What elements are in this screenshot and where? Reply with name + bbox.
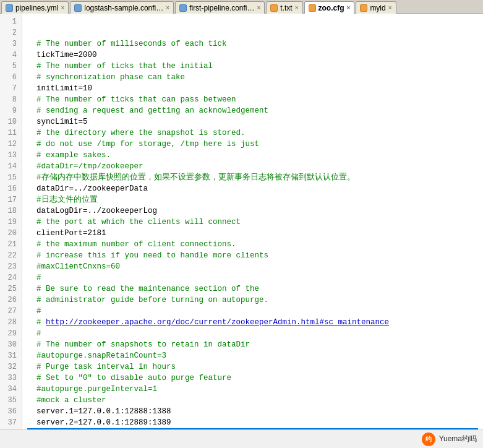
line-number-6: 6 bbox=[2, 72, 17, 83]
line-numbers: 1234567891011121314151617181920212223242… bbox=[0, 14, 22, 429]
tab-icon-first-pipeline bbox=[179, 4, 187, 12]
tab-icon-logstash bbox=[74, 4, 82, 12]
line-number-28: 28 bbox=[2, 317, 17, 328]
editor-content: 1234567891011121314151617181920212223242… bbox=[0, 14, 483, 429]
line-number-2: 2 bbox=[2, 27, 17, 38]
code-line-22: # bbox=[27, 272, 478, 283]
tab-close-logstash[interactable]: × bbox=[166, 4, 169, 11]
code-line-27: # bbox=[27, 328, 478, 339]
code-line-13: #存储内存中数据库快照的位置，如果不设置参数，更新事务日志将被存储到默认认位置。 bbox=[27, 172, 478, 183]
line-number-14: 14 bbox=[2, 161, 17, 172]
line-number-32: 32 bbox=[2, 361, 17, 373]
line-number-26: 26 bbox=[2, 295, 17, 306]
tab-t-txt[interactable]: t.txt× bbox=[266, 1, 302, 14]
code-area[interactable]: # The number of milliseconds of each tic… bbox=[22, 14, 483, 429]
tab-icon-zoo-cfg bbox=[309, 4, 316, 12]
tab-pipelines[interactable]: pipelines.yml× bbox=[1, 1, 69, 14]
code-line-25: # bbox=[27, 306, 478, 317]
tab-label-pipelines: pipelines.yml bbox=[15, 4, 58, 12]
code-line-28: # The number of snapshots to retain in d… bbox=[27, 339, 478, 350]
line-number-11: 11 bbox=[2, 127, 17, 139]
line-number-37: 37 bbox=[2, 417, 17, 428]
line-number-35: 35 bbox=[2, 395, 17, 406]
tab-zoo-cfg[interactable]: zoo.cfg× bbox=[304, 1, 355, 14]
line-number-9: 9 bbox=[2, 105, 17, 116]
tab-icon-t-txt bbox=[270, 4, 278, 12]
code-line-2: tickTime=2000 bbox=[27, 50, 478, 61]
code-line-8: syncLimit=5 bbox=[27, 116, 478, 127]
code-line-19: # the maximum number of client connectio… bbox=[27, 239, 478, 250]
tab-close-myid[interactable]: × bbox=[388, 4, 392, 11]
code-line-14: dataDir=../zookeeperData bbox=[27, 183, 478, 194]
line-number-8: 8 bbox=[2, 94, 17, 105]
editor: 1234567891011121314151617181920212223242… bbox=[0, 14, 483, 429]
code-line-17: # the port at which the clients will con… bbox=[27, 217, 478, 228]
line-number-34: 34 bbox=[2, 384, 17, 395]
tab-close-zoo-cfg[interactable]: × bbox=[347, 4, 351, 11]
line-number-1: 1 bbox=[2, 16, 17, 27]
code-line-30: # Purge task interval in hours bbox=[27, 361, 478, 373]
code-line-26: # http://zookeeper.apache.org/doc/curren… bbox=[27, 317, 478, 328]
code-line-23: # Be sure to read the maintenance sectio… bbox=[27, 283, 478, 295]
tab-label-t-txt: t.txt bbox=[280, 4, 292, 12]
line-number-30: 30 bbox=[2, 339, 17, 350]
code-line-36: server.3=127.0.0.1:12887:1387 bbox=[27, 428, 478, 429]
tab-logstash[interactable]: logstash-sample.confi…× bbox=[70, 1, 174, 14]
line-number-16: 16 bbox=[2, 183, 17, 194]
code-line-31: # Set to "0" to disable auto purge featu… bbox=[27, 373, 478, 384]
line-number-27: 27 bbox=[2, 306, 17, 317]
line-number-5: 5 bbox=[2, 61, 17, 72]
yuema-icon: 约 bbox=[422, 433, 435, 446]
tab-close-t-txt[interactable]: × bbox=[295, 4, 299, 11]
tab-close-first-pipeline[interactable]: × bbox=[257, 4, 261, 11]
line-number-3: 3 bbox=[2, 38, 17, 50]
code-line-33: #mock a cluster bbox=[27, 395, 478, 406]
tab-first-pipeline[interactable]: first-pipeline.confi…× bbox=[175, 1, 265, 14]
line-number-33: 33 bbox=[2, 373, 17, 384]
code-line-32: #autopurge.purgeInterval=1 bbox=[27, 384, 478, 395]
line-number-21: 21 bbox=[2, 239, 17, 250]
line-number-17: 17 bbox=[2, 194, 17, 205]
code-line-1: # The number of milliseconds of each tic… bbox=[27, 38, 478, 50]
code-line-4: # synchronization phase can take bbox=[27, 72, 478, 83]
code-line-35: server.2=127.0.0.1:12889:1389 bbox=[27, 417, 478, 428]
tab-label-zoo-cfg: zoo.cfg bbox=[318, 4, 344, 12]
tab-label-first-pipeline: first-pipeline.confi… bbox=[189, 4, 254, 12]
line-number-31: 31 bbox=[2, 350, 17, 361]
tab-myid[interactable]: myid× bbox=[356, 1, 396, 14]
tab-close-pipelines[interactable]: × bbox=[61, 4, 64, 11]
line-number-7: 7 bbox=[2, 83, 17, 94]
code-line-9: # the directory where the snapshot is st… bbox=[27, 127, 478, 139]
code-line-6: # The number of ticks that can pass betw… bbox=[27, 94, 478, 105]
tab-bar: pipelines.yml×logstash-sample.confi…×fir… bbox=[0, 0, 483, 14]
line-number-24: 24 bbox=[2, 272, 17, 283]
line-number-20: 20 bbox=[2, 228, 17, 239]
yuema-text: Yuema约吗 bbox=[439, 434, 477, 444]
code-line-5: initLimit=10 bbox=[27, 83, 478, 94]
line-number-19: 19 bbox=[2, 217, 17, 228]
code-line-3: # The number of ticks that the initial bbox=[27, 61, 478, 72]
line-number-13: 13 bbox=[2, 150, 17, 161]
status-bar: 约 Yuema约吗 bbox=[0, 429, 483, 448]
app-window: pipelines.yml×logstash-sample.confi…×fir… bbox=[0, 0, 483, 448]
code-line-16: dataLogDir=../zookeeperLog bbox=[27, 205, 478, 217]
line-number-10: 10 bbox=[2, 116, 17, 127]
tab-icon-myid bbox=[360, 4, 367, 12]
code-line-7: # sending a request and getting an ackno… bbox=[27, 105, 478, 116]
line-number-23: 23 bbox=[2, 261, 17, 272]
code-line-24: # administrator guide before turning on … bbox=[27, 295, 478, 306]
code-line-15: #日志文件的位置 bbox=[27, 194, 478, 205]
tab-label-myid: myid bbox=[370, 4, 385, 12]
code-line-12: #dataDir=/tmp/zookeeper bbox=[27, 161, 478, 172]
code-line-20: # increase this if you need to handle mo… bbox=[27, 250, 478, 261]
line-number-29: 29 bbox=[2, 328, 17, 339]
code-line-34: server.1=127.0.0.1:12888:1388 bbox=[27, 406, 478, 417]
line-number-15: 15 bbox=[2, 172, 17, 183]
yuema-logo: 约 Yuema约吗 bbox=[422, 433, 477, 446]
code-line-11: # example sakes. bbox=[27, 150, 478, 161]
line-number-22: 22 bbox=[2, 250, 17, 261]
line-number-18: 18 bbox=[2, 205, 17, 217]
code-line-10: # do not use /tmp for storage, /tmp here… bbox=[27, 139, 478, 150]
tab-label-logstash: logstash-sample.confi… bbox=[84, 4, 163, 12]
code-line-18: clientPort=2181 bbox=[27, 228, 478, 239]
